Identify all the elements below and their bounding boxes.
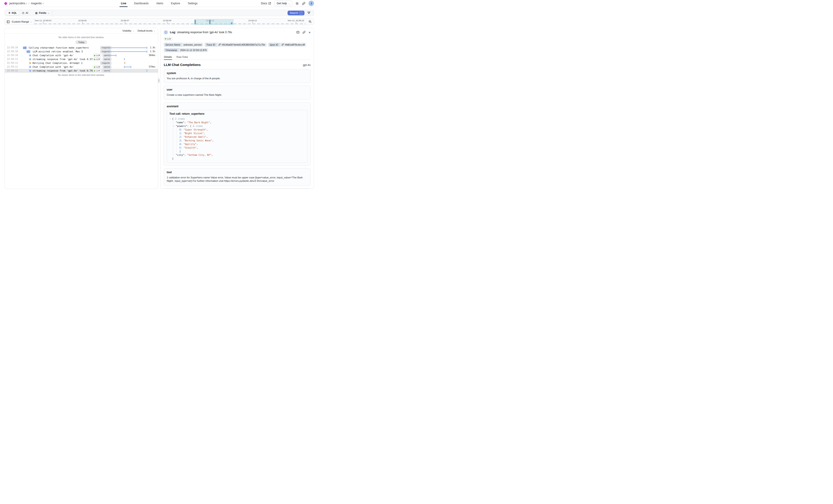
info-icon: i [164, 30, 168, 34]
sidebar-toggle-icon [6, 20, 10, 23]
tab-dashboards[interactable]: Dashboards [134, 0, 149, 7]
message-text: You are professor A, in charge of the A-… [167, 77, 308, 80]
link-icon [281, 43, 284, 46]
time-range-selector[interactable]: Custom Range ⌄ [12, 20, 32, 23]
default-levels-dropdown[interactable]: Default levels ⌄ [138, 29, 155, 32]
zoom-in-button[interactable] [308, 20, 312, 23]
message-card-system: system You are professor A, in charge of… [164, 69, 311, 83]
log-row[interactable]: 22:59:11 Retrying Chat Completion. Attem… [5, 61, 158, 65]
duration-bar [124, 66, 131, 68]
today-badge: Today [75, 41, 87, 44]
log-detail-panel: i Log:streaming response from 'gpt-4o' t… [160, 28, 314, 189]
log-time: 22:59:10 [7, 54, 18, 56]
tree-connector [29, 59, 30, 59]
tree-connector [29, 63, 30, 63]
message-role: user [167, 88, 308, 91]
tab-raw-data[interactable]: Raw Data [176, 54, 188, 59]
message-role: tool [167, 171, 308, 174]
detail-header-actions: × [296, 31, 311, 34]
collapse-badge[interactable]: ⊟5 [26, 50, 30, 53]
collapse-panel-button[interactable] [6, 20, 10, 23]
log-label: Log: [170, 31, 176, 34]
dock-view-button[interactable] [296, 31, 300, 34]
chip-value: #9146a6974e4e6140538043607a71c75e [217, 43, 267, 47]
main-content: Visibility ⌄ Default levels ⌄ No older i… [4, 28, 314, 189]
logfire-app: jackmpcollins ▴▾ / magentic ▴▾ Live Dash… [0, 0, 318, 189]
span-id-chip[interactable]: Span ID #fd81e8f78c4ecc9f [268, 43, 307, 47]
detail-title: Log:streaming response from 'gpt-4o' too… [170, 31, 232, 34]
json-tree[interactable]: ⌄{ 3 items"name": "The Bark Night",⌄"pow… [169, 117, 305, 160]
collapse-badge[interactable]: ⊟6 [23, 46, 27, 49]
section-header: LLM Chat Completions gpt-4o [164, 63, 311, 67]
sql-mode-button[interactable]: ✱ SQL [6, 11, 19, 15]
timeline-selection[interactable] [194, 19, 233, 25]
org-selector[interactable]: jackmpcollins ▴▾ [9, 2, 27, 5]
tab-details[interactable]: Details [164, 54, 172, 59]
log-row[interactable]: 22:59:10 ⊟5 LLM-assisted retries enabled… [5, 50, 158, 53]
timeline-tick: Nov 12, 22:59:03 [35, 19, 51, 22]
search-button[interactable]: Search ↵ [288, 10, 305, 15]
trace-id-chip[interactable]: Trace ID #9146a6974e4e6140538043607a71c7… [205, 43, 267, 47]
query-mode-toggle: ✱ SQL AI [6, 10, 31, 16]
query-input[interactable] [52, 10, 288, 16]
tab-live[interactable]: Live [121, 0, 126, 7]
detail-header: i Log:streaming response from 'gpt-4o' t… [164, 28, 311, 34]
llm-badge: LLM [164, 37, 172, 41]
span-bar-zone [109, 69, 147, 73]
green-dot-icon [94, 66, 95, 68]
instant-tick [124, 62, 125, 64]
tab-settings[interactable]: Settings [188, 0, 197, 7]
llm-badge: LLM [93, 57, 102, 61]
tab-alerts[interactable]: Alerts [156, 0, 163, 7]
theme-toggle-button[interactable] [295, 2, 299, 5]
nav-right: Docs Get help ⌄ J [198, 1, 314, 6]
docs-link[interactable]: Docs [261, 2, 271, 5]
visibility-dropdown[interactable]: Visibility ⌄ [122, 29, 134, 32]
copy-link-button[interactable] [303, 31, 306, 34]
service-name-chip: Service Name unknown_service [164, 43, 203, 47]
log-row[interactable]: 22:59:11 streaming response from 'gpt-4o… [5, 57, 158, 61]
chip-label: Timestamp [164, 48, 178, 52]
instant-tick [124, 58, 125, 60]
user-avatar[interactable]: J [309, 1, 314, 6]
fields-button[interactable]: ▦ Fields ⌄ [32, 11, 52, 15]
log-row-selected[interactable]: 22:59:12 streaming response from 'gpt-4o… [5, 69, 158, 73]
project-name: magentic [31, 2, 42, 5]
tab-explore[interactable]: Explore [171, 0, 180, 7]
ai-mode-button[interactable]: AI [20, 11, 30, 15]
log-title-text: streaming response from 'gpt-4o' took 0.… [177, 31, 232, 34]
breadcrumb: jackmpcollins ▴▾ / magentic ▴▾ [4, 2, 121, 5]
updown-caret-icon: ▴▾ [43, 2, 43, 4]
message-card-assistant: assistant Tool call: return_superhero ⌄{… [164, 102, 311, 166]
magnifier-plus-icon [308, 20, 312, 23]
log-time: 22:59:10 [7, 46, 18, 49]
get-help-button[interactable]: Get help ⌄ [274, 1, 292, 6]
log-time: 22:59:11 [7, 58, 18, 60]
share-link-button[interactable] [302, 2, 305, 5]
log-list-header: Visibility ⌄ Default levels ⌄ [5, 28, 158, 34]
link-icon [218, 43, 221, 46]
log-row[interactable]: 22:59:10 Chat Completion with 'gpt-4o' L… [5, 53, 158, 57]
timeline-track[interactable]: Nov 12, 22:59:03 22:59:05 22:59:07 22:59… [34, 19, 314, 25]
log-time: 22:59:12 [7, 69, 18, 72]
no-newer-items-note: No newer items in the selected time wind… [5, 74, 158, 76]
span-bar-zone [109, 53, 147, 57]
chevron-down-icon: ⌄ [153, 30, 155, 32]
close-icon[interactable]: × [309, 31, 311, 34]
llm-badge: LLM [93, 65, 102, 69]
log-row[interactable]: 22:59:10 ⊟6 Calling chatprompt-function … [5, 46, 158, 50]
asterisk-icon: ✱ [8, 11, 10, 15]
model-name: gpt-4o [303, 64, 311, 67]
breadcrumb-separator: / [28, 2, 29, 5]
histogram-bar [194, 20, 196, 24]
filter-button[interactable] [307, 11, 311, 15]
chevron-down-icon: ⌄ [48, 12, 49, 14]
green-dot-icon [94, 70, 95, 72]
chevron-down-icon: ⌄ [133, 30, 134, 32]
chip-label: Service Name [164, 43, 182, 47]
log-row[interactable]: 22:59:11 Chat Completion with 'gpt-4o' L… [5, 65, 158, 69]
panel-resize-handle[interactable] [158, 78, 160, 83]
sun-icon [295, 2, 299, 5]
project-selector[interactable]: magentic ▴▾ [31, 2, 44, 5]
timeline-tick: Nov 12, 22:59:16 [288, 19, 304, 22]
